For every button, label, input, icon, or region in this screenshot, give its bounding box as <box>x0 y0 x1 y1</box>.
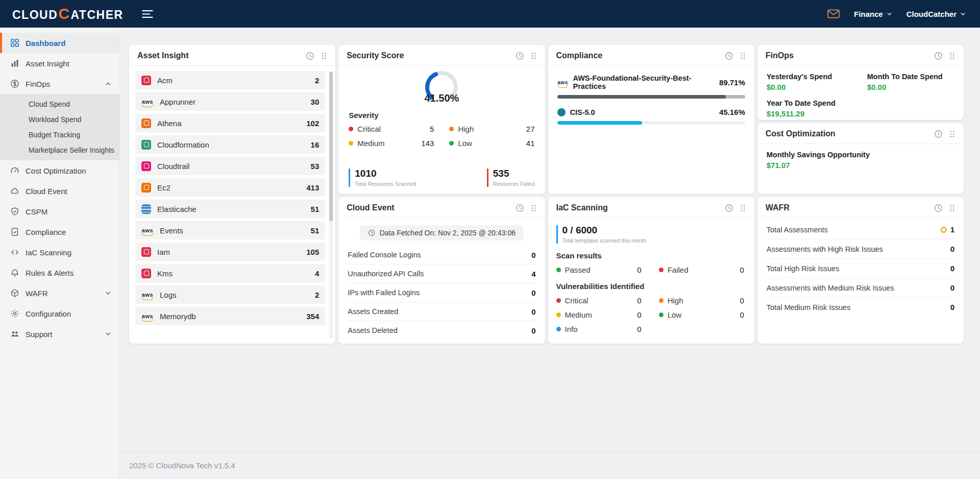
service-count: 413 <box>306 183 319 192</box>
sidebar-item-cloud-event[interactable]: Cloud Event <box>0 181 119 201</box>
list-item[interactable]: aws Apprunner 30 <box>135 92 325 111</box>
sidebar-item-configuration[interactable]: Configuration <box>0 303 119 324</box>
event-value: 0 <box>531 326 535 335</box>
list-item[interactable]: Cloudtrail 53 <box>135 157 325 175</box>
aws-logo-icon: aws <box>141 226 154 235</box>
sidebar-item-support[interactable]: Support <box>0 324 119 344</box>
wafr-value: 0 <box>950 264 954 273</box>
stat-label: Total Resources Scanned <box>355 181 416 187</box>
drag-handle-icon[interactable] <box>739 52 747 60</box>
list-item[interactable]: Cloudformation 16 <box>135 135 325 154</box>
event-label: Failed Console Logins <box>348 251 421 259</box>
legend-value: 0 <box>740 310 744 319</box>
drag-handle-icon[interactable] <box>739 204 747 212</box>
drag-handle-icon[interactable] <box>529 52 538 60</box>
compliance-row: CIS-5.0 45.16% <box>557 108 745 125</box>
drag-handle-icon[interactable] <box>529 204 538 212</box>
aws-logo-icon: aws <box>557 78 569 87</box>
ring-icon <box>940 226 947 233</box>
list-item[interactable]: Elasticache 51 <box>135 200 325 218</box>
wafr-row: Total Medium Risk Issues 0 <box>766 298 955 317</box>
wafr-count: 1 <box>950 225 954 234</box>
scrollbar-thumb[interactable] <box>329 71 333 221</box>
wafr-row: Assessments with High Risk Issues 0 <box>766 240 955 259</box>
service-name: Acm <box>157 76 309 85</box>
sidebar-item-label: FinOps <box>26 80 50 88</box>
list-item[interactable]: Kms 4 <box>135 264 325 282</box>
event-label: Assets Created <box>348 307 398 316</box>
sidebar-item-iac-scanning[interactable]: IaC Scanning <box>0 242 119 262</box>
history-icon[interactable] <box>934 52 943 60</box>
sidebar-item-asset-insight[interactable]: Asset Insight <box>0 53 119 74</box>
total-resources-scanned-stat: 1010 Total Resources Scanned <box>349 169 416 187</box>
mail-icon[interactable] <box>827 9 840 18</box>
list-item[interactable]: aws Logs 2 <box>135 285 325 304</box>
history-icon[interactable] <box>725 52 733 60</box>
data-fetched-text: Data Fetched On: Nov 2, 2025 @ 20:43:06 <box>380 229 516 237</box>
hamburger-icon[interactable] <box>142 10 153 18</box>
history-icon[interactable] <box>934 130 943 138</box>
drag-handle-icon[interactable] <box>948 130 957 138</box>
finance-dropdown[interactable]: Finance <box>854 10 892 18</box>
sidebar-item-cloud-spend[interactable]: Cloud Spend <box>0 97 119 112</box>
cloud-event-card: Cloud Event Data Fetched On: Nov 2, 2025… <box>338 197 545 344</box>
history-icon[interactable] <box>934 204 943 212</box>
list-item[interactable]: Iam 105 <box>135 243 325 261</box>
legend-label: Low <box>668 310 682 319</box>
drag-handle-icon[interactable] <box>948 204 957 212</box>
sidebar-item-label: Configuration <box>26 309 71 318</box>
standard-name: CIS-5.0 <box>570 108 715 116</box>
cloudtrail-service-icon <box>141 161 151 171</box>
sidebar-item-compliance[interactable]: Compliance <box>0 222 119 242</box>
progress-track <box>557 95 745 99</box>
history-icon[interactable] <box>725 204 733 212</box>
sidebar-item-cost-optimization[interactable]: Cost Optimization <box>0 160 119 181</box>
sidebar-item-dashboard[interactable]: Dashboard <box>0 33 119 53</box>
compliance-icon <box>10 227 19 236</box>
history-icon[interactable] <box>306 52 314 60</box>
list-item[interactable]: Athena 102 <box>135 114 325 132</box>
legend-value: 0 <box>637 266 641 274</box>
list-item[interactable]: Acm 2 <box>135 71 325 89</box>
history-icon[interactable] <box>516 204 524 212</box>
severity-label: Critical <box>357 125 381 133</box>
event-value: 4 <box>531 270 535 278</box>
metric-value: $0.00 <box>767 83 867 91</box>
sidebar-item-label: Cost Optimization <box>26 166 86 175</box>
app-logo: CLOUDCATCHER <box>12 6 124 22</box>
logo-text-cloud: CLOUD <box>12 8 58 22</box>
severity-value: 41 <box>526 139 535 148</box>
sidebar-item-budget-tracking[interactable]: Budget Tracking <box>0 127 119 142</box>
service-count: 16 <box>311 140 320 149</box>
stat-value: 1010 <box>355 169 416 179</box>
sidebar-item-cspm[interactable]: CSPM <box>0 201 119 222</box>
list-item[interactable]: Ec2 413 <box>135 178 325 197</box>
list-item[interactable]: aws Memorydb 354 <box>135 307 325 325</box>
drag-handle-icon[interactable] <box>320 52 328 60</box>
service-name: Athena <box>157 119 300 128</box>
account-dropdown[interactable]: CloudCatcher <box>906 10 966 18</box>
metric-label: Month To Date Spend <box>867 73 954 81</box>
month-to-date-spend-metric: Month To Date Spend $0.00 <box>867 73 954 91</box>
history-icon[interactable] <box>516 52 524 60</box>
severity-medium: Medium 143 <box>349 139 434 148</box>
topbar-right: Finance CloudCatcher <box>827 9 966 18</box>
drag-handle-icon[interactable] <box>948 52 957 60</box>
aws-logo-icon: aws <box>141 290 154 300</box>
account-dropdown-label: CloudCatcher <box>906 10 957 18</box>
sidebar-item-workload-spend[interactable]: Workload Spend <box>0 112 119 127</box>
security-score-card: Security Score 41.50% <box>338 45 545 194</box>
chevron-down-icon <box>105 290 111 296</box>
service-name: Elasticache <box>157 205 305 213</box>
security-score-value: 41.50% <box>406 92 477 104</box>
sidebar-item-finops[interactable]: FinOps <box>0 74 119 94</box>
metric-value: $0.00 <box>867 83 954 91</box>
list-item[interactable]: aws Events 51 <box>135 221 325 240</box>
legend-label: Critical <box>565 296 589 305</box>
sidebar-item-wafr[interactable]: WAFR <box>0 283 119 303</box>
wafr-label: Assessments with High Risk Issues <box>767 245 883 253</box>
service-count: 354 <box>306 312 319 321</box>
sidebar-item-rules-alerts[interactable]: Rules & Alerts <box>0 262 119 283</box>
compliance-card: Compliance aws AWS-Foundational-Security… <box>548 45 754 194</box>
sidebar-item-marketplace-seller-insights[interactable]: Marketplace Seller Insights <box>0 142 119 158</box>
